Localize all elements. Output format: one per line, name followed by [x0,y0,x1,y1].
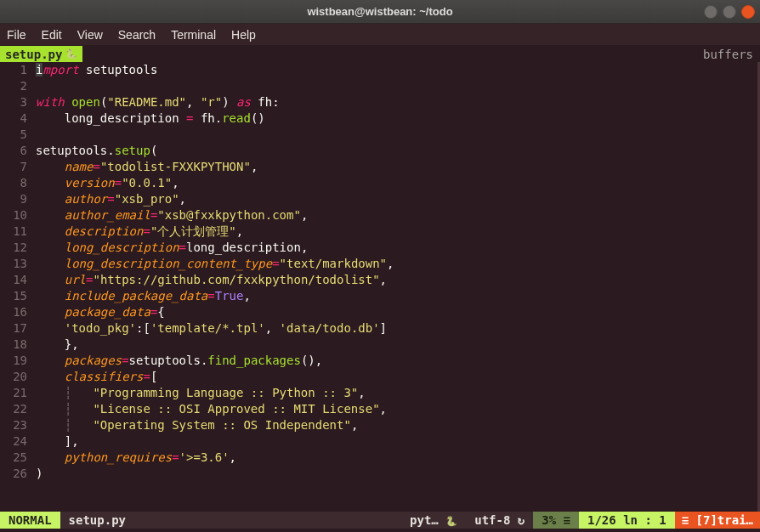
line-number: 3 [0,94,27,110]
line-number: 2 [0,78,27,94]
code-line[interactable]: version="0.0.1", [36,175,757,191]
code-line[interactable] [36,78,757,94]
line-number: 1 [0,62,27,78]
line-number: 23 [0,417,27,433]
status-position: 1/26 ln : 1 [579,512,675,529]
minimize-button[interactable] [704,5,717,19]
code-line[interactable]: long_description=long_description, [36,240,757,256]
code-line[interactable]: long_description_content_type="text/mark… [36,256,757,272]
line-number: 11 [0,224,27,240]
code-line[interactable]: packages=setuptools.find_packages(), [36,353,757,369]
code-line[interactable]: classifiers=[ [36,369,757,385]
status-encoding: utf-8 ↻ [466,512,533,529]
code-line[interactable]: ┆ "License :: OSI Approved :: MIT Licens… [36,401,757,417]
window-controls [704,5,755,19]
line-number: 6 [0,143,27,159]
code-line[interactable]: include_package_data=True, [36,288,757,304]
menu-help[interactable]: Help [231,28,256,42]
code-line[interactable]: }, [36,337,757,353]
line-number: 25 [0,450,27,466]
maximize-button[interactable] [723,5,736,19]
line-number: 21 [0,385,27,401]
status-mode: NORMAL [0,512,60,529]
editor-area[interactable]: 1234567891011121314151617181920212223242… [0,62,760,512]
code-content[interactable]: import setuptoolswith open("README.md", … [32,62,757,512]
line-number: 15 [0,288,27,304]
hamburger-icon: ≡ [682,513,696,527]
close-button[interactable] [741,5,755,19]
menu-terminal[interactable]: Terminal [171,28,216,42]
line-number: 19 [0,353,27,369]
code-line[interactable]: setuptools.setup( [36,143,757,159]
line-number: 8 [0,175,27,191]
line-number: 20 [0,369,27,385]
python-icon: 🐍 [445,516,457,527]
code-line[interactable]: ┆ "Operating System :: OS Independent", [36,417,757,433]
menu-edit[interactable]: Edit [42,28,62,42]
status-percent: 3% ≡ [533,512,579,529]
menu-search[interactable]: Search [118,28,156,42]
tab-label: setup.py [5,48,62,61]
line-number: 26 [0,466,27,482]
code-line[interactable]: name="todolist-FXXKPYTHON", [36,159,757,175]
status-filetype: pyt… 🐍 [401,512,466,529]
line-number: 5 [0,127,27,143]
menu-bar: File Edit View Search Terminal Help [0,24,760,46]
code-line[interactable]: url="https://github.com/fxxkpython/todol… [36,272,757,288]
line-number: 22 [0,401,27,417]
line-number: 14 [0,272,27,288]
line-number: 4 [0,110,27,127]
code-line[interactable] [36,127,757,143]
line-number-gutter: 1234567891011121314151617181920212223242… [0,62,32,512]
window-titlebar: wistbean@wistbean: ~/todo [0,0,760,24]
window-title: wistbean@wistbean: ~/todo [0,5,760,18]
code-line[interactable]: import setuptools [36,62,757,78]
code-line[interactable]: python_requires='>=3.6', [36,450,757,466]
status-bar: NORMAL setup.py pyt… 🐍 utf-8 ↻ 3% ≡ 1/26… [0,512,760,529]
code-line[interactable]: description="个人计划管理", [36,224,757,240]
line-number: 7 [0,159,27,175]
line-number: 9 [0,191,27,207]
code-line[interactable]: ], [36,433,757,450]
line-number: 24 [0,433,27,450]
hamburger-icon: ≡ [564,513,570,527]
code-line[interactable]: package_data={ [36,304,757,320]
line-number: 13 [0,256,27,272]
tab-setup-py[interactable]: setup.py 🐍 [0,46,82,62]
line-number: 10 [0,207,27,224]
line-number: 17 [0,320,27,337]
code-line[interactable]: with open("README.md", "r") as fh: [36,94,757,110]
line-number: 18 [0,337,27,353]
menu-file[interactable]: File [7,28,26,42]
buffer-tabbar: setup.py 🐍 buffers [0,46,760,62]
python-icon: 🐍 [65,48,77,59]
code-line[interactable]: long_description = fh.read() [36,110,757,127]
menu-view[interactable]: View [77,28,103,42]
status-spacer [134,512,401,529]
status-extra: ≡ [7]trai… [675,512,760,529]
code-line[interactable]: author="xsb_pro", [36,191,757,207]
reload-icon: ↻ [518,513,525,527]
code-line[interactable]: ) [36,466,757,482]
code-line[interactable]: author_email="xsb@fxxkpython.com", [36,207,757,224]
status-filename: setup.py [60,512,134,529]
code-line[interactable]: ┆ "Programming Language :: Python :: 3", [36,385,757,401]
line-number: 16 [0,304,27,320]
code-line[interactable]: 'todo_pkg':['template/*.tpl', 'data/todo… [36,320,757,337]
tabbar-right-label: buffers [703,46,760,62]
line-number: 12 [0,240,27,256]
